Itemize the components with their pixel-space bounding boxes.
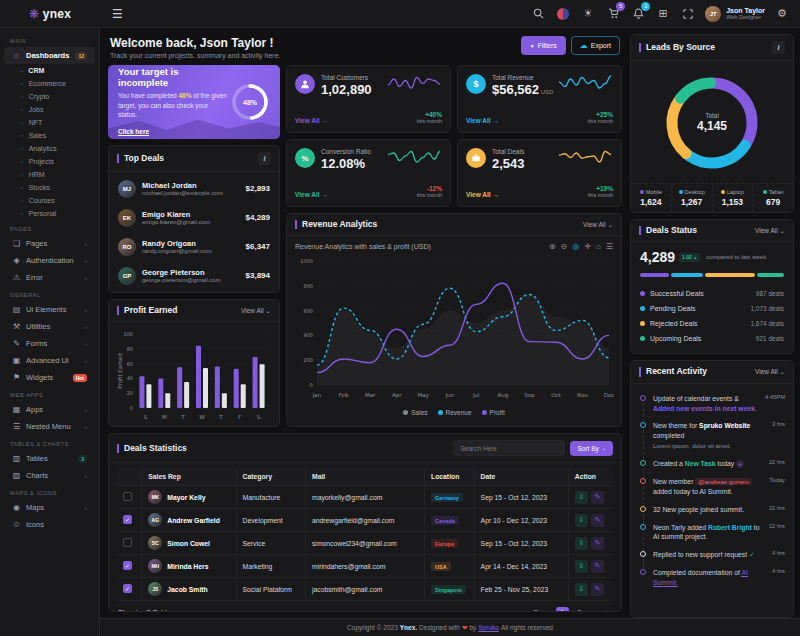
sidebar-subitem-ecommerce[interactable]: ○Ecommerce bbox=[0, 77, 99, 90]
sidebar-item-label: Advanced Ui bbox=[26, 356, 80, 365]
stat-view-all-link[interactable]: View All → bbox=[466, 191, 525, 198]
edit-button[interactable]: ✎ bbox=[591, 491, 604, 504]
location-badge: Canada bbox=[431, 516, 459, 525]
sidebar-item-advanced-ui[interactable]: ▣Advanced Ui› bbox=[4, 352, 95, 369]
filters-button[interactable]: ▼ Filters bbox=[521, 36, 566, 55]
leads-info-button[interactable]: i bbox=[772, 41, 785, 54]
zoom-out-icon[interactable]: ⊖ bbox=[561, 242, 568, 251]
sidebar-subitem-jobs[interactable]: ○Jobs bbox=[0, 103, 99, 116]
row-checkbox[interactable] bbox=[123, 584, 132, 593]
home-icon[interactable]: ⌂ bbox=[596, 242, 601, 251]
download-button[interactable]: ⇩ bbox=[575, 583, 588, 596]
row-checkbox[interactable] bbox=[123, 492, 132, 501]
sidebar-item-utilities[interactable]: ⚒Utilities› bbox=[4, 318, 95, 335]
sidebar-item-apps[interactable]: ▦Apps› bbox=[4, 401, 95, 418]
user-menu[interactable]: JT Json Taylor Web Designer bbox=[705, 6, 765, 22]
stat-view-all-link[interactable]: View All → bbox=[466, 117, 553, 124]
cart-badge: 5 bbox=[616, 2, 625, 11]
sidebar-subitem-hrm[interactable]: ○HRM bbox=[0, 168, 99, 181]
profit-view-all-dropdown[interactable]: View All ⌄ bbox=[241, 307, 271, 315]
download-button[interactable]: ⇩ bbox=[575, 491, 588, 504]
sidebar-subitem-nft[interactable]: ○NFT bbox=[0, 116, 99, 129]
pagination-prev[interactable]: Prev bbox=[529, 607, 553, 612]
sidebar-subitem-crm[interactable]: –CRM bbox=[0, 64, 99, 77]
sidebar-item-label: Maps bbox=[26, 503, 80, 512]
pagination-next[interactable]: next bbox=[589, 607, 612, 612]
target-click-here-link[interactable]: Click here bbox=[118, 128, 149, 135]
revenue-view-all-dropdown[interactable]: View All ⌄ bbox=[583, 221, 613, 229]
edit-button[interactable]: ✎ bbox=[591, 514, 604, 527]
notifications-bell-icon[interactable]: 2 bbox=[630, 6, 646, 22]
activity-view-all-dropdown[interactable]: View All ⌄ bbox=[755, 368, 785, 376]
date-cell: Sep 15 - Oct 12, 2023 bbox=[474, 532, 568, 555]
download-button[interactable]: ⇩ bbox=[575, 560, 588, 573]
deal-person-email: randy.origoan@gmail.com bbox=[142, 248, 240, 254]
sidebar-item-nested-menu[interactable]: ☰Nested Menu› bbox=[4, 418, 95, 435]
spruko-link[interactable]: Spruko bbox=[478, 624, 499, 631]
edit-button[interactable]: ✎ bbox=[591, 583, 604, 596]
sidebar-item-pages[interactable]: ❏Pages› bbox=[4, 235, 95, 252]
search-icon[interactable] bbox=[530, 6, 546, 22]
svg-text:M: M bbox=[162, 414, 167, 420]
apps-grid-icon[interactable]: ⊞ bbox=[655, 6, 671, 22]
sidebar-item-icons[interactable]: ☺Icons bbox=[4, 516, 95, 533]
stat-view-all-link[interactable]: View All → bbox=[295, 117, 372, 124]
sidebar-toggle-icon[interactable]: ☰ bbox=[112, 7, 123, 21]
svg-text:T: T bbox=[180, 414, 185, 420]
edit-button[interactable]: ✎ bbox=[591, 560, 604, 573]
zoom-in-icon[interactable]: ⊕ bbox=[549, 242, 556, 251]
avatar: GP bbox=[118, 267, 136, 285]
selection-zoom-icon[interactable]: ◎ bbox=[572, 242, 579, 251]
activity-time: 22 hrs bbox=[769, 459, 785, 469]
svg-text:200: 200 bbox=[303, 358, 313, 364]
sidebar-subitem-crypto[interactable]: ○Crypto bbox=[0, 90, 99, 103]
settings-gear-icon[interactable]: ⚙ bbox=[774, 6, 790, 22]
table-search-input[interactable] bbox=[453, 440, 565, 456]
brand-logo[interactable]: ❋ ynex bbox=[0, 7, 100, 21]
deals-status-view-all-dropdown[interactable]: View All ⌄ bbox=[755, 227, 785, 235]
svg-text:S: S bbox=[144, 414, 148, 420]
pagination-page-2[interactable]: 2 bbox=[572, 607, 586, 612]
svg-text:60: 60 bbox=[127, 361, 133, 367]
row-checkbox[interactable] bbox=[123, 515, 132, 524]
bullet-icon: ○ bbox=[20, 120, 24, 126]
bullet-icon: ○ bbox=[20, 107, 24, 113]
language-flag-icon[interactable] bbox=[555, 6, 571, 22]
activity-text: Created a New Task today + bbox=[653, 459, 763, 469]
activity-item: Neon Tarly added Robert Bright to AI sum… bbox=[639, 519, 785, 547]
export-button[interactable]: ☁ Export bbox=[571, 36, 620, 55]
row-checkbox[interactable] bbox=[123, 538, 132, 547]
sidebar-item-label: Forms bbox=[26, 339, 80, 348]
activity-time: 22 hrs bbox=[769, 505, 785, 515]
top-deal-row: GPGeorge Pietersongeorge.pieterson@gmail… bbox=[109, 261, 279, 290]
sidebar-item-authentication[interactable]: ◈Authentication› bbox=[4, 252, 95, 269]
stat-view-all-link[interactable]: View All → bbox=[295, 191, 371, 198]
pagination-page-1[interactable]: 1 bbox=[556, 607, 570, 612]
sidebar-subitem-analytics[interactable]: ○Analytics bbox=[0, 142, 99, 155]
sidebar-item-tables[interactable]: ▥Tables3 bbox=[4, 450, 95, 467]
download-button[interactable]: ⇩ bbox=[575, 537, 588, 550]
fullscreen-icon[interactable] bbox=[680, 6, 696, 22]
cart-icon[interactable]: 5 bbox=[605, 6, 621, 22]
chevron-right-icon: › bbox=[85, 324, 87, 330]
sidebar-item-forms[interactable]: ✎Forms› bbox=[4, 335, 95, 352]
pan-icon[interactable]: ✛ bbox=[584, 242, 591, 251]
menu-icon[interactable]: ☰ bbox=[606, 242, 613, 251]
sidebar-item-maps[interactable]: ◉Maps› bbox=[4, 499, 95, 516]
theme-toggle-icon[interactable]: ☀ bbox=[580, 6, 596, 22]
top-deals-info-button[interactable]: i bbox=[258, 152, 271, 165]
sidebar-item-dashboards[interactable]: ⌂Dashboards12 bbox=[4, 47, 95, 64]
sidebar-subitem-courses[interactable]: ○Courses bbox=[0, 194, 99, 207]
sort-by-button[interactable]: Sort By⌄ bbox=[570, 441, 613, 456]
sidebar-subitem-sales[interactable]: ○Sales bbox=[0, 129, 99, 142]
row-checkbox[interactable] bbox=[123, 561, 132, 570]
sidebar-subitem-projects[interactable]: ○Projects bbox=[0, 155, 99, 168]
sidebar-item-widgets[interactable]: ⚑WidgetsHot bbox=[4, 369, 95, 386]
download-button[interactable]: ⇩ bbox=[575, 514, 588, 527]
sidebar-subitem-stocks[interactable]: ○Stocks bbox=[0, 181, 99, 194]
sidebar-item-charts[interactable]: ▧Charts› bbox=[4, 467, 95, 484]
sidebar-item-ui-elements[interactable]: ▤Ui Elements› bbox=[4, 301, 95, 318]
edit-button[interactable]: ✎ bbox=[591, 537, 604, 550]
sidebar-item-error[interactable]: ⚠Error› bbox=[4, 269, 95, 286]
sidebar-subitem-personal[interactable]: ○Personal bbox=[0, 207, 99, 220]
